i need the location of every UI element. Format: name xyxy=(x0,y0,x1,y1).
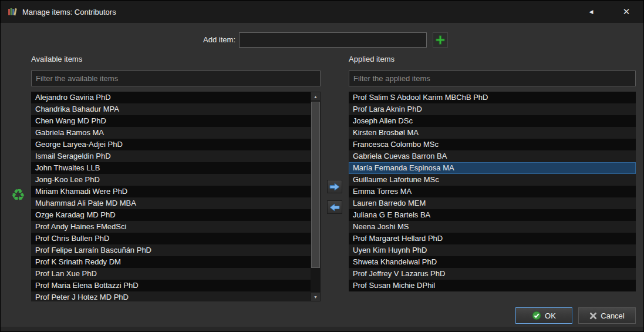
list-item[interactable]: María Fernanda Espinosa MA xyxy=(349,162,636,174)
available-filter-input[interactable] xyxy=(31,71,321,86)
list-item[interactable]: Prof K Srinath Reddy DM xyxy=(31,256,311,268)
x-icon xyxy=(589,312,597,320)
scroll-up-icon[interactable]: ▲ xyxy=(311,92,321,101)
list-item[interactable]: Prof Peter J Hotez MD PhD xyxy=(31,291,311,301)
list-item[interactable]: Joseph Allen DSc xyxy=(349,115,636,127)
list-item[interactable]: Shweta Khandelwal PhD xyxy=(349,256,636,268)
scroll-down-icon[interactable]: ▼ xyxy=(311,292,321,301)
list-item[interactable]: Prof Chris Bullen PhD xyxy=(31,233,311,244)
window-bottom-edge xyxy=(1,327,643,331)
add-item-button[interactable] xyxy=(433,32,448,48)
scrollbar-thumb[interactable] xyxy=(311,102,320,268)
list-item[interactable]: Chen Wang MD PhD xyxy=(31,115,311,127)
list-item[interactable]: Prof Andy Haines FMedSci xyxy=(31,221,311,233)
list-item[interactable]: Juliana G E Bartels BA xyxy=(349,209,636,221)
list-item[interactable]: Jong-Koo Lee PhD xyxy=(31,174,311,186)
list-item[interactable]: George Laryea-Adjei PhD xyxy=(31,139,311,150)
list-item[interactable]: Guillaume Lafortune MSc xyxy=(349,174,636,186)
move-right-button[interactable] xyxy=(327,180,342,193)
arrow-right-icon xyxy=(329,183,340,191)
back-arrow-icon[interactable]: ◀ xyxy=(582,1,600,23)
manage-items-dialog: Manage items: Contributors ◀ ✕ Add item:… xyxy=(0,0,644,332)
applied-filter-input[interactable] xyxy=(349,71,636,86)
available-items-header: Available items xyxy=(31,55,82,63)
recycle-icon[interactable]: ♻ xyxy=(9,186,27,204)
move-left-button[interactable] xyxy=(327,200,342,214)
arrow-left-icon xyxy=(329,203,340,212)
list-item[interactable]: Uyen Kim Huynh PhD xyxy=(349,244,636,256)
list-item[interactable]: Francesca Colombo MSc xyxy=(349,139,636,150)
list-item[interactable]: Lauren Barredo MEM xyxy=(349,197,636,209)
add-item-label: Add item: xyxy=(171,32,235,48)
applied-items-header: Applied items xyxy=(349,55,395,63)
applied-items-list: Prof Salim S Abdool Karim MBChB PhDProf … xyxy=(349,92,636,292)
ok-button-label: OK xyxy=(545,311,556,320)
list-item[interactable]: Prof Jeffrey V Lazarus PhD xyxy=(349,268,636,280)
list-item[interactable]: Prof Lara Aknin PhD xyxy=(349,103,636,115)
list-item[interactable]: Gabriela Cuevas Barron BA xyxy=(349,150,636,162)
list-item[interactable]: Neena Joshi MS xyxy=(349,221,636,233)
list-item[interactable]: Chandrika Bahadur MPA xyxy=(31,103,311,115)
list-item[interactable]: Prof Lan Xue PhD xyxy=(31,268,311,280)
list-item[interactable]: Miriam Khamadi Were PhD xyxy=(31,186,311,197)
list-item[interactable]: Prof Maria Elena Bottazzi PhD xyxy=(31,280,311,291)
list-item[interactable]: Muhammad Ali Pate MD MBA xyxy=(31,197,311,209)
list-item[interactable]: Alejandro Gaviria PhD xyxy=(31,92,311,103)
list-item[interactable]: Gabriela Ramos MA xyxy=(31,127,311,139)
list-item[interactable]: Prof Felipe Larraín Bascuñán PhD xyxy=(31,244,311,256)
list-item[interactable]: Ismail Serageldin PhD xyxy=(31,150,311,162)
list-item[interactable]: Prof Susan Michie DPhil xyxy=(349,280,636,291)
close-icon[interactable]: ✕ xyxy=(615,1,638,23)
ok-button[interactable]: OK xyxy=(515,307,572,324)
list-item[interactable]: Prof Salim S Abdool Karim MBChB PhD xyxy=(349,92,636,103)
list-item[interactable]: Kirsten Brosbøl MA xyxy=(349,127,636,139)
list-item[interactable]: Prof Margaret Hellard PhD xyxy=(349,233,636,244)
list-item[interactable]: John Thwaites LLB xyxy=(31,162,311,174)
check-circle-icon xyxy=(532,311,541,320)
cancel-button[interactable]: Cancel xyxy=(578,307,636,324)
books-icon xyxy=(8,7,17,16)
list-item[interactable]: Emma Torres MA xyxy=(349,186,636,197)
cancel-button-label: Cancel xyxy=(601,311,624,320)
available-list-scrollbar[interactable]: ▲ ▼ xyxy=(311,92,321,301)
available-items-list: ▲ ▼ Alejandro Gaviria PhDChandrika Bahad… xyxy=(31,92,321,301)
window-title: Manage items: Contributors xyxy=(22,8,116,16)
plus-icon xyxy=(435,35,446,45)
title-bar: Manage items: Contributors ◀ ✕ xyxy=(1,1,643,23)
list-item[interactable]: Ozge Karadag MD PhD xyxy=(31,209,311,221)
add-item-input[interactable] xyxy=(239,32,427,48)
